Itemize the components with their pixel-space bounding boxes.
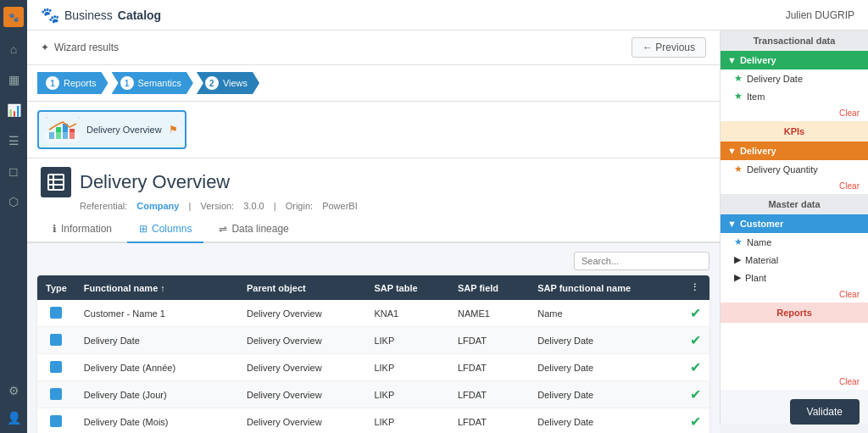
right-panel-container: ◀ Transactional data ▼ Delivery ★ Delive… [720, 31, 868, 433]
cell-sap-table: LIKP [365, 327, 449, 354]
origin-label: Origin: [286, 201, 315, 211]
report-card[interactable]: Delivery Overview ⚑ [37, 110, 186, 149]
cell-sap-table: LIKP [365, 408, 449, 434]
prev-button[interactable]: ← Previous [632, 37, 706, 58]
report-area: Delivery Overview ⚑ [27, 102, 720, 158]
nav-box-icon[interactable]: ◻ [5, 163, 22, 180]
col-sap-field: SAP field [449, 275, 529, 300]
cell-functional-name: Customer - Name 1 [75, 300, 238, 327]
nav-list-icon[interactable]: ☰ [5, 132, 22, 149]
nav-grid-icon[interactable]: ▦ [5, 71, 22, 88]
cell-parent-object: Delivery Overview [238, 354, 365, 381]
search-input[interactable] [574, 252, 709, 270]
main-content: 🐾 Business Catalog Julien DUGRIP ✦ Wizar… [27, 0, 868, 433]
cell-sap-field: LFDAT [449, 381, 529, 408]
col-actions: ⋮ [682, 275, 709, 300]
cell-actions: ✔ [682, 408, 709, 434]
wizard-group-delivery-kpis: ▼ Delivery ★ Delivery Quantity Clear [721, 142, 868, 194]
report-thumbnail [46, 117, 80, 142]
data-lineage-tab-label: Data lineage [231, 223, 288, 235]
expand-customer-icon: ▼ [727, 219, 737, 229]
wizard-clear-transactional[interactable]: Clear [721, 105, 868, 121]
cell-sap-functional-name: Name [529, 300, 682, 327]
step-reports[interactable]: 1 Reports [37, 72, 108, 94]
app-title-plain: Business [64, 8, 113, 22]
cell-type [37, 300, 75, 327]
cell-parent-object: Delivery Overview [238, 408, 365, 434]
cell-parent-object: Delivery Overview [238, 300, 365, 327]
step-views-num: 2 [205, 76, 219, 90]
col-functional-name[interactable]: Functional name ↑ [75, 275, 238, 300]
table-row: Customer - Name 1 Delivery Overview KNA1… [37, 300, 709, 327]
wizard-item-delivery-date-label: Delivery Date [747, 74, 803, 84]
content-area: ✦ Wizard results ← Previous 1 Reports 1 … [27, 31, 868, 433]
cell-sap-functional-name: Delivery Date [529, 381, 682, 408]
step-semantics-label: Semantics [138, 78, 181, 88]
step-semantics-num: 1 [120, 76, 134, 90]
wizard-item-plant[interactable]: ▶ Plant [721, 269, 868, 286]
svg-rect-4 [56, 127, 61, 139]
wizard-item-delivery-qty: ★ Delivery Quantity [721, 160, 868, 178]
nav-home-icon[interactable]: ⌂ [5, 41, 22, 58]
wizard-clear-reports[interactable]: Clear [721, 374, 868, 390]
tab-information[interactable]: ℹ Information [41, 216, 124, 243]
wand-icon: ✦ [41, 42, 49, 53]
origin-value: PowerBI [322, 201, 358, 211]
cell-sap-table: LIKP [365, 354, 449, 381]
star-delivery-item: ★ [734, 91, 743, 102]
wizard-clear-masterdata[interactable]: Clear [721, 286, 868, 303]
cell-sap-functional-name: Delivery Date [529, 327, 682, 354]
star-delivery-qty: ★ [734, 164, 743, 175]
expand-plant-icon: ▶ [734, 272, 741, 283]
left-sidebar: 🐾 ⌂ ▦ 📊 ☰ ◻ ⬡ ⚙ 👤 [0, 0, 27, 433]
nav-chart-icon[interactable]: 📊 [5, 102, 22, 119]
table-row: Delivery Date (Mois) Delivery Overview L… [37, 408, 709, 434]
wizard-toolbar: ✦ Wizard results ← Previous [27, 31, 720, 65]
col-type: Type [37, 275, 75, 300]
step-reports-label: Reports [64, 78, 97, 88]
nav-user-icon[interactable]: 👤 [5, 409, 22, 426]
step-reports-num: 1 [46, 76, 59, 90]
table-row: Delivery Date (Année) Delivery Overview … [37, 354, 709, 381]
wizard-group-delivery-kpis-label: Delivery [740, 146, 776, 156]
nav-tag-icon[interactable]: ⬡ [5, 193, 22, 210]
cell-sap-field: LFDAT [449, 327, 529, 354]
wizard-reports-area [721, 323, 868, 374]
wizard-group-customer-title[interactable]: ▼ Customer [721, 214, 868, 233]
validate-button[interactable]: Validate [790, 399, 860, 425]
wizard-item-delivery-date: ★ Delivery Date [721, 69, 868, 87]
cell-type [37, 408, 75, 434]
cell-type [37, 381, 75, 408]
svg-text:🐾: 🐾 [8, 12, 19, 23]
information-tab-icon: ℹ [53, 223, 57, 235]
wizard-group-customer-label: Customer [740, 219, 783, 229]
steps-bar: 1 Reports 1 Semantics 2 Views [27, 65, 720, 102]
wizard-masterdata-header: Master data [721, 194, 868, 214]
cell-actions: ✔ [682, 327, 709, 354]
cell-parent-object: Delivery Overview [238, 327, 365, 354]
report-icon [41, 167, 71, 197]
center-panel: ✦ Wizard results ← Previous 1 Reports 1 … [27, 31, 720, 433]
data-lineage-tab-icon: ⇌ [219, 223, 227, 235]
wizard-clear-kpis[interactable]: Clear [721, 178, 868, 194]
separator2: | [274, 201, 279, 211]
expand-delivery-trans-icon: ▼ [727, 55, 737, 65]
cell-functional-name: Delivery Date (Année) [75, 354, 238, 381]
step-views-label: Views [223, 78, 248, 88]
app-logo[interactable]: 🐾 [3, 7, 24, 27]
wizard-group-delivery-transactional-title[interactable]: ▼ Delivery [721, 51, 868, 69]
svg-rect-7 [48, 175, 64, 190]
cell-actions: ✔ [682, 381, 709, 408]
cell-functional-name: Delivery Date (Jour) [75, 381, 238, 408]
tab-data-lineage[interactable]: ⇌ Data lineage [207, 216, 300, 243]
nav-settings-icon[interactable]: ⚙ [5, 382, 22, 399]
step-views[interactable]: 2 Views [197, 72, 259, 94]
tab-columns[interactable]: ⊞ Columns [127, 216, 203, 243]
cell-sap-field: LFDAT [449, 408, 529, 434]
expand-delivery-kpis-icon: ▼ [727, 146, 737, 156]
wizard-item-material[interactable]: ▶ Material [721, 251, 868, 269]
wizard-group-delivery-kpis-title[interactable]: ▼ Delivery [721, 142, 868, 160]
wizard-item-name-label: Name [747, 237, 771, 247]
col-sap-table: SAP table [365, 275, 449, 300]
step-semantics[interactable]: 1 Semantics [112, 72, 193, 94]
